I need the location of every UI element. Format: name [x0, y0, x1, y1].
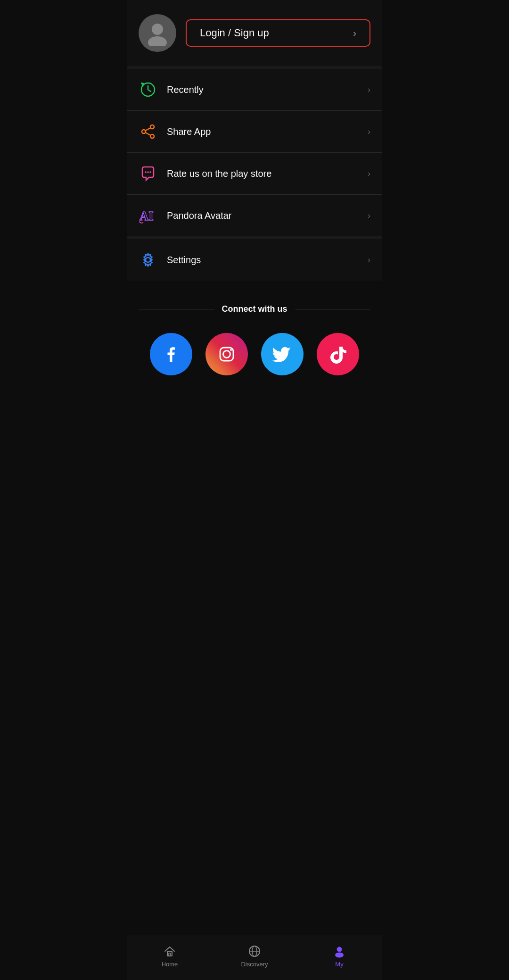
discovery-nav-label: Discovery	[241, 961, 268, 968]
avatar	[139, 14, 176, 52]
connect-header: Connect with us	[139, 304, 370, 314]
nav-item-home[interactable]: Home	[127, 942, 212, 971]
recently-label: Recently	[167, 84, 358, 95]
pandora-avatar-label: Pandora Avatar	[167, 210, 358, 221]
settings-section: Settings ›	[127, 239, 382, 281]
svg-point-1	[148, 36, 167, 46]
svg-rect-16	[167, 951, 172, 956]
login-chevron-icon: ›	[353, 28, 356, 39]
facebook-button[interactable]	[150, 333, 192, 375]
clock-icon	[139, 80, 157, 99]
svg-point-8	[145, 171, 147, 173]
login-signup-button[interactable]: Login / Sign up ›	[186, 19, 370, 47]
svg-point-22	[335, 953, 344, 958]
menu-item-share-app[interactable]: Share App ›	[127, 111, 382, 153]
instagram-button[interactable]	[205, 333, 248, 375]
share-app-chevron-icon: ›	[368, 127, 370, 137]
menu-item-recently[interactable]: Recently ›	[127, 69, 382, 111]
social-icons-row	[150, 333, 359, 375]
nav-item-my[interactable]: My	[297, 942, 382, 971]
svg-point-14	[223, 351, 230, 358]
home-icon	[163, 945, 176, 958]
connect-section: Connect with us	[127, 281, 382, 936]
svg-point-21	[337, 947, 342, 952]
profile-header: Login / Sign up ›	[127, 0, 382, 66]
connect-line-left	[139, 309, 214, 309]
gear-icon	[139, 250, 157, 269]
svg-point-5	[142, 130, 146, 133]
connect-line-right	[295, 309, 371, 309]
settings-label: Settings	[167, 255, 358, 266]
menu-item-rate-us[interactable]: Rate us on the play store ›	[127, 153, 382, 195]
tiktok-button[interactable]	[317, 333, 359, 375]
chat-dots-icon	[139, 164, 157, 183]
pandora-icon: AI	[139, 206, 157, 225]
discovery-icon	[248, 945, 261, 958]
home-nav-label: Home	[162, 961, 178, 968]
svg-point-3	[150, 125, 154, 129]
recently-chevron-icon: ›	[368, 85, 370, 95]
my-nav-label: My	[335, 961, 343, 968]
svg-point-10	[149, 171, 151, 173]
nav-item-discovery[interactable]: Discovery	[212, 942, 297, 971]
pandora-chevron-icon: ›	[368, 211, 370, 221]
svg-point-4	[150, 134, 154, 138]
bottom-nav: Home Discovery My	[127, 936, 382, 980]
my-profile-icon	[333, 945, 346, 958]
menu-item-pandora-avatar[interactable]: AI Pandora Avatar ›	[127, 195, 382, 236]
share-app-label: Share App	[167, 126, 358, 137]
rate-us-label: Rate us on the play store	[167, 168, 358, 179]
svg-text:AI: AI	[140, 209, 154, 223]
svg-line-6	[146, 128, 151, 131]
svg-point-9	[147, 171, 149, 173]
rate-us-chevron-icon: ›	[368, 169, 370, 179]
menu-item-settings[interactable]: Settings ›	[127, 239, 382, 281]
twitter-button[interactable]	[261, 333, 304, 375]
login-signup-label: Login / Sign up	[200, 27, 269, 39]
svg-point-0	[152, 24, 163, 35]
svg-point-15	[230, 349, 232, 351]
menu-list: Recently › Share App › Rate us on t	[127, 69, 382, 236]
connect-title: Connect with us	[222, 304, 287, 314]
share-icon	[139, 122, 157, 141]
svg-line-7	[146, 133, 151, 135]
settings-chevron-icon: ›	[368, 255, 370, 265]
svg-point-12	[146, 257, 150, 262]
